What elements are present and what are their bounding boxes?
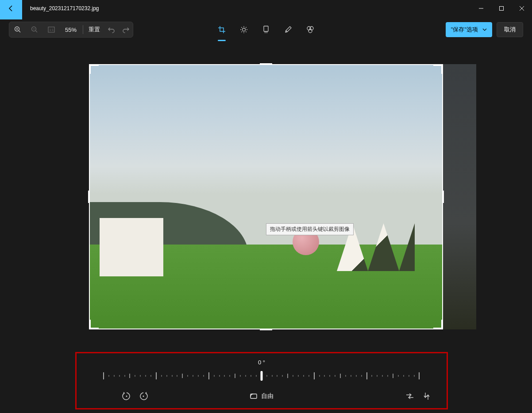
pen-icon (284, 26, 292, 34)
brightness-icon (240, 26, 248, 34)
svg-point-29 (143, 395, 144, 397)
aspect-label: 自由 (261, 392, 274, 400)
action-buttons: "保存"选项 取消 (446, 22, 523, 37)
close-icon (520, 6, 524, 11)
main-toolbar: 1:1 55% 重置 "保存"选项 (0, 17, 532, 42)
minimize-button[interactable] (471, 0, 491, 17)
flip-vertical-button[interactable] (422, 391, 432, 401)
save-options-button[interactable]: "保存"选项 (446, 22, 492, 37)
crop-controls-panel: 0 ° 自由 (75, 352, 448, 409)
window-title: beauty_20231217170232.jpg (30, 5, 99, 11)
svg-line-9 (36, 31, 38, 33)
chevron-down-icon (482, 27, 487, 32)
rotation-degree-label: 0 ° (90, 359, 433, 366)
svg-point-13 (243, 28, 246, 31)
zoom-value[interactable]: 55% (60, 27, 82, 33)
titlebar: beauty_20231217170232.jpg (0, 0, 532, 17)
rotate-ccw-icon (122, 392, 131, 401)
save-label: "保存"选项 (451, 26, 478, 34)
svg-line-20 (241, 31, 242, 32)
filter-icon (262, 26, 270, 34)
svg-rect-1 (500, 7, 504, 11)
svg-line-21 (246, 27, 246, 27)
redo-button[interactable] (119, 22, 133, 38)
crop-tooltip: 拖动手柄或使用箭头键以裁剪图像 (266, 223, 354, 235)
tab-markup[interactable] (283, 21, 293, 38)
tab-adjust[interactable] (239, 21, 249, 38)
flip-h-icon (406, 393, 414, 399)
zoom-in-icon (14, 26, 21, 33)
svg-text:1:1: 1:1 (49, 28, 54, 31)
svg-point-28 (126, 395, 127, 397)
rotation-thumb[interactable] (261, 371, 263, 381)
svg-line-18 (241, 27, 242, 27)
close-button[interactable] (512, 0, 532, 17)
rotate-cw-button[interactable] (138, 390, 149, 402)
flip-v-icon (424, 392, 430, 400)
canvas-area: 拖动手柄或使用箭头键以裁剪图像 (0, 42, 532, 351)
crop-icon (218, 26, 226, 34)
zoom-out-icon (31, 26, 38, 33)
aspect-ratio-button[interactable]: 自由 (250, 392, 274, 400)
minimize-icon (479, 6, 483, 11)
tab-crop[interactable] (217, 21, 227, 38)
svg-line-5 (19, 31, 21, 33)
arrow-left-icon (8, 5, 15, 12)
fit-icon: 1:1 (48, 27, 55, 33)
undo-button[interactable] (104, 22, 119, 38)
edit-mode-tabs (217, 21, 315, 38)
zoom-in-button[interactable] (9, 22, 26, 38)
flip-horizontal-button[interactable] (405, 391, 415, 401)
rotate-ccw-button[interactable] (121, 390, 132, 402)
zoom-fit-button[interactable]: 1:1 (43, 22, 60, 38)
tab-retouch[interactable] (305, 21, 315, 38)
zoom-out-button[interactable] (26, 22, 43, 38)
aspect-icon (250, 392, 258, 400)
svg-line-19 (246, 31, 246, 32)
redo-icon (122, 26, 129, 33)
tab-filter[interactable] (261, 21, 271, 38)
zoom-controls: 1:1 55% 重置 (9, 22, 133, 38)
maximize-button[interactable] (491, 0, 512, 17)
svg-rect-22 (264, 26, 268, 31)
rotation-slider[interactable] (90, 369, 433, 382)
rotate-cw-icon (139, 392, 148, 401)
window-controls (471, 0, 532, 17)
undo-icon (108, 26, 115, 33)
cancel-button[interactable]: 取消 (497, 22, 523, 37)
retouch-icon (306, 26, 314, 34)
bottom-controls: 自由 (90, 390, 433, 403)
maximize-icon (499, 6, 504, 11)
image-preview[interactable]: 拖动手柄或使用箭头键以裁剪图像 (89, 64, 443, 329)
divider (83, 25, 83, 34)
reset-button[interactable]: 重置 (84, 22, 104, 38)
